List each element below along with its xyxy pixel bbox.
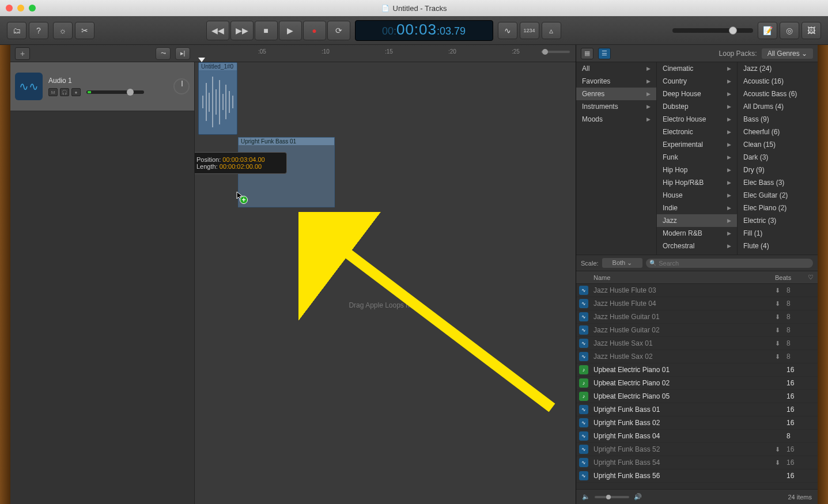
editors-button[interactable]: ✂ [75, 22, 94, 39]
loop-row[interactable]: ♪Upbeat Electric Piano 0516 [576, 390, 818, 403]
category-item[interactable]: Elec Bass (3) [738, 176, 818, 189]
cycle-button[interactable]: ⟳ [327, 21, 350, 40]
category-item[interactable]: Bass (9) [738, 113, 818, 126]
rewind-button[interactable]: ◀◀ [206, 21, 229, 40]
solo-button[interactable]: 🎧 [60, 88, 69, 96]
minimize-icon[interactable] [17, 5, 24, 12]
loop-packs-select[interactable]: All Genres ⌄ [762, 48, 813, 59]
record-button[interactable]: ● [303, 21, 326, 40]
category-item[interactable]: All▶ [576, 62, 656, 75]
tuner-button[interactable]: ∿ [498, 22, 517, 39]
category-item[interactable]: Flute (4) [738, 240, 818, 252]
track-volume-slider[interactable] [86, 90, 144, 94]
category-item[interactable]: Instruments▶ [576, 100, 656, 113]
track-icon[interactable]: ∿∿ [15, 73, 43, 100]
category-item[interactable]: Clean (15) [738, 138, 818, 151]
notepad-button[interactable]: 📝 [758, 22, 777, 39]
mute-button[interactable]: M [48, 88, 58, 96]
play-button[interactable]: ▶ [279, 21, 302, 40]
smart-controls-button[interactable]: ☼ [53, 22, 73, 39]
loop-row[interactable]: ∿Upright Funk Bass 0216 [576, 416, 818, 430]
horizontal-zoom-slider[interactable] [541, 51, 570, 53]
category-item[interactable]: All Drums (4) [738, 100, 818, 113]
category-item[interactable]: Country▶ [657, 75, 737, 88]
category-column-2[interactable]: Cinematic▶Country▶Deep House▶Dubstep▶Ele… [657, 62, 738, 255]
quick-help-button[interactable]: ? [29, 22, 48, 39]
audio-region[interactable]: Untitled_1#0 [198, 62, 237, 135]
category-column-3[interactable]: Jazz (24)Acoustic (16)Acoustic Bass (6)A… [738, 62, 818, 255]
category-item[interactable]: Hip Hop/R&B▶ [657, 176, 737, 189]
count-in-button[interactable]: 1234 [520, 22, 539, 39]
loop-row[interactable]: ♪Upbeat Electric Piano 0116 [576, 363, 818, 377]
loop-list[interactable]: ∿Jazz Hustle Flute 03⬇8∿Jazz Hustle Flut… [576, 284, 818, 489]
close-icon[interactable] [6, 5, 13, 12]
add-track-button[interactable]: + [15, 47, 30, 60]
button-view-toggle[interactable]: ▦ [581, 48, 593, 59]
loop-browser-button[interactable]: ◎ [780, 22, 799, 39]
zoom-icon[interactable] [29, 5, 36, 12]
category-item[interactable]: Dark (3) [738, 151, 818, 164]
search-input[interactable]: Search [646, 259, 813, 268]
category-item[interactable]: Dry (9) [738, 164, 818, 176]
download-icon[interactable]: ⬇ [775, 459, 787, 467]
download-icon[interactable]: ⬇ [775, 353, 787, 361]
loop-row[interactable]: ∿Jazz Hustle Flute 03⬇8 [576, 284, 818, 297]
playhead-icon[interactable] [198, 58, 205, 62]
catch-button[interactable]: ▸| [175, 47, 190, 60]
category-item[interactable]: Jazz▶ [657, 214, 737, 227]
automation-button[interactable]: ⤳ [156, 47, 171, 60]
category-column-1[interactable]: All▶Favorites▶Genres▶Instruments▶Moods▶ [576, 62, 657, 255]
col-name[interactable]: Name [591, 274, 775, 281]
category-item[interactable]: Cheerful (6) [738, 126, 818, 138]
loop-row[interactable]: ∿Upright Funk Bass 54⬇16 [576, 456, 818, 469]
loop-row[interactable]: ∿Jazz Hustle Guitar 01⬇8 [576, 310, 818, 324]
loop-row[interactable]: ∿Upright Funk Bass 5616 [576, 469, 818, 483]
download-icon[interactable]: ⬇ [775, 327, 787, 334]
loop-row[interactable]: ♪Upbeat Electric Piano 0216 [576, 377, 818, 390]
download-icon[interactable]: ⬇ [775, 313, 787, 321]
category-item[interactable]: Dubstep▶ [657, 100, 737, 113]
master-volume-slider[interactable] [672, 28, 753, 33]
category-item[interactable]: Electro House▶ [657, 113, 737, 126]
category-item[interactable]: Moods▶ [576, 113, 656, 126]
loop-row[interactable]: ∿Upright Funk Bass 0116 [576, 403, 818, 416]
download-icon[interactable]: ⬇ [775, 287, 787, 294]
category-item[interactable]: Indie▶ [657, 202, 737, 214]
download-icon[interactable]: ⬇ [775, 300, 787, 308]
category-item[interactable]: Elec Piano (2) [738, 202, 818, 214]
category-item[interactable]: Favorites▶ [576, 75, 656, 88]
col-beats[interactable]: Beats [775, 274, 804, 281]
column-view-toggle[interactable]: ☰ [598, 48, 611, 59]
titlebar[interactable]: 📄 Untitled - Tracks [0, 0, 828, 16]
category-item[interactable]: Electric (3) [738, 214, 818, 227]
download-icon[interactable]: ⬇ [775, 446, 787, 453]
category-item[interactable]: Experimental▶ [657, 138, 737, 151]
stop-button[interactable]: ■ [255, 21, 278, 40]
category-item[interactable]: Modern R&B▶ [657, 227, 737, 240]
category-item[interactable]: Electronic▶ [657, 126, 737, 138]
category-item[interactable]: House▶ [657, 189, 737, 202]
category-item[interactable]: Funk▶ [657, 151, 737, 164]
category-item[interactable]: Elec Guitar (2) [738, 189, 818, 202]
category-item[interactable]: Fill (1) [738, 227, 818, 240]
category-item[interactable]: Acoustic (16) [738, 75, 818, 88]
scale-select[interactable]: Both ⌄ [602, 258, 643, 268]
category-item[interactable]: Acoustic Bass (6) [738, 88, 818, 100]
category-item[interactable]: Cinematic▶ [657, 62, 737, 75]
category-item[interactable]: Jazz (24) [738, 62, 818, 75]
loop-row[interactable]: ∿Jazz Hustle Flute 04⬇8 [576, 297, 818, 310]
category-item[interactable]: Hip Hop▶ [657, 164, 737, 176]
library-button[interactable]: 🗂 [7, 22, 27, 39]
category-item[interactable]: Genres▶ [576, 88, 656, 100]
record-enable-button[interactable]: ● [71, 88, 81, 96]
pan-knob[interactable] [173, 78, 190, 94]
loop-row[interactable]: ∿Jazz Hustle Sax 02⬇8 [576, 350, 818, 363]
loop-row[interactable]: ∿Jazz Hustle Sax 01⬇8 [576, 337, 818, 350]
metronome-button[interactable]: ▵ [542, 22, 561, 39]
loop-row[interactable]: ∿Upright Funk Bass 52⬇16 [576, 443, 818, 456]
lcd-display[interactable]: 00: 00:03 :03.79 [355, 20, 493, 41]
col-favorite-icon[interactable]: ♡ [804, 274, 818, 281]
timeline[interactable]: Untitled_1#0 Upright Funk Bass 01 Positi… [195, 62, 576, 504]
download-icon[interactable]: ⬇ [775, 340, 787, 347]
ruler[interactable]: :05 :10 :15 :20 :25 [195, 45, 576, 62]
